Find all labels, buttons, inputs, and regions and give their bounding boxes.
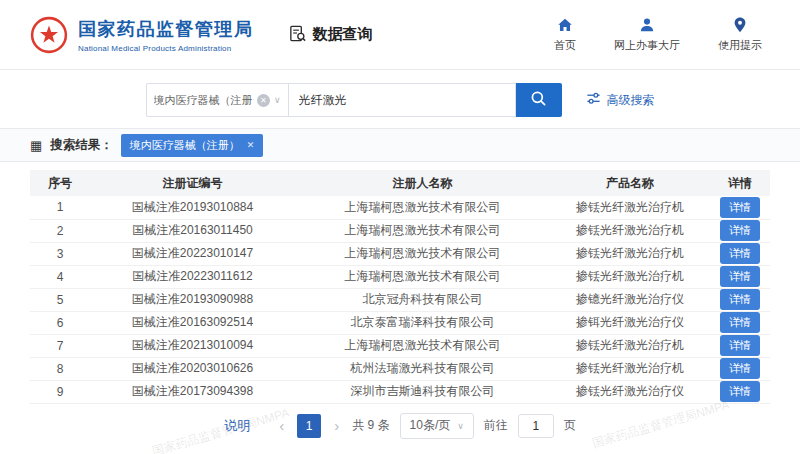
table-row: 1国械注准20193010884上海瑞柯恩激光技术有限公司掺铥光纤激光治疗机详情 bbox=[30, 196, 770, 219]
detail-button[interactable]: 详情 bbox=[720, 381, 760, 402]
cert-number: 国械注准20203010626 bbox=[90, 357, 295, 380]
registrant-name: 上海瑞柯恩激光技术有限公司 bbox=[295, 242, 550, 265]
nav-service-hall[interactable]: 网上办事大厅 bbox=[614, 16, 680, 53]
clear-category-icon[interactable]: ✕ bbox=[257, 94, 270, 107]
registrant-name: 北京冠舟科技有限公司 bbox=[295, 288, 550, 311]
cert-number: 国械注准20213010094 bbox=[90, 334, 295, 357]
registrant-name: 上海瑞柯恩激光技术有限公司 bbox=[295, 219, 550, 242]
app-title: 数据查询 bbox=[288, 24, 373, 46]
row-index: 7 bbox=[30, 334, 90, 357]
registrant-name: 上海瑞柯恩激光技术有限公司 bbox=[295, 265, 550, 288]
row-index: 6 bbox=[30, 311, 90, 334]
detail-button[interactable]: 详情 bbox=[720, 197, 760, 218]
table-row: 8国械注准20203010626杭州法瑞激光科技有限公司掺铥光纤激光治疗机详情 bbox=[30, 357, 770, 380]
goto-page-unit: 页 bbox=[564, 417, 576, 434]
table-row: 9国械注准20173094398深圳市吉斯迪科技有限公司掺铥光纤激光治疗仪详情 bbox=[30, 380, 770, 403]
product-name: 掺铥光纤激光治疗机 bbox=[550, 357, 710, 380]
product-name: 掺铥光纤激光治疗机 bbox=[550, 219, 710, 242]
page-size-value: 10条/页 bbox=[410, 417, 451, 434]
advanced-search-label: 高级搜索 bbox=[607, 92, 655, 109]
registrant-name: 北京泰富瑞泽科技有限公司 bbox=[295, 311, 550, 334]
results-label: 搜索结果： bbox=[50, 137, 113, 154]
cert-number: 国械注准20173094398 bbox=[90, 380, 295, 403]
registrant-name: 杭州法瑞激光科技有限公司 bbox=[295, 357, 550, 380]
cert-number: 国械注准20163092514 bbox=[90, 311, 295, 334]
table-row: 7国械注准20213010094上海瑞柯恩激光技术有限公司掺铥光纤激光治疗机详情 bbox=[30, 334, 770, 357]
top-nav: 首页 网上办事大厅 使用提示 bbox=[554, 16, 762, 53]
col-header-detail: 详情 bbox=[710, 170, 770, 196]
row-index: 5 bbox=[30, 288, 90, 311]
cert-number: 国械注准20193010884 bbox=[90, 196, 295, 219]
filter-icon bbox=[586, 91, 601, 109]
product-name: 掺铥光纤激光治疗机 bbox=[550, 242, 710, 265]
product-name: 掺镱光纤激光治疗仪 bbox=[550, 288, 710, 311]
table-row: 3国械注准20223010147上海瑞柯恩激光技术有限公司掺铥光纤激光治疗机详情 bbox=[30, 242, 770, 265]
org-name-en: National Medical Products Administration bbox=[78, 44, 254, 53]
brand: 国家药品监督管理局 National Medical Products Admi… bbox=[30, 16, 254, 54]
detail-button[interactable]: 详情 bbox=[720, 289, 760, 310]
grid-icon: ▦ bbox=[30, 138, 42, 153]
page-size-select[interactable]: 10条/页 ∨ bbox=[400, 413, 474, 439]
remove-filter-icon[interactable]: ✕ bbox=[247, 140, 255, 150]
detail-button[interactable]: 详情 bbox=[720, 266, 760, 287]
search-section: 境内医疗器械（注册） ✕ ∨ 高级搜索 bbox=[0, 70, 800, 128]
nav-home[interactable]: 首页 bbox=[554, 16, 576, 53]
product-name: 掺铥光纤激光治疗仪 bbox=[550, 380, 710, 403]
top-bar: 国家药品监督管理局 National Medical Products Admi… bbox=[0, 0, 800, 70]
table-row: 5国械注准20193090988北京冠舟科技有限公司掺镱光纤激光治疗仪详情 bbox=[30, 288, 770, 311]
search-button[interactable] bbox=[516, 83, 562, 117]
registrant-name: 上海瑞柯恩激光技术有限公司 bbox=[295, 196, 550, 219]
note-link[interactable]: 说明 bbox=[224, 417, 250, 435]
person-icon bbox=[638, 16, 656, 34]
nav-home-label: 首页 bbox=[554, 38, 576, 53]
row-index: 2 bbox=[30, 219, 90, 242]
col-header-registrant: 注册人名称 bbox=[295, 170, 550, 196]
registrant-name: 上海瑞柯恩激光技术有限公司 bbox=[295, 334, 550, 357]
col-header-product: 产品名称 bbox=[550, 170, 710, 196]
table-row: 2国械注准20163011450上海瑞柯恩激光技术有限公司掺铥光纤激光治疗机详情 bbox=[30, 219, 770, 242]
cert-number: 国械注准20193090988 bbox=[90, 288, 295, 311]
page-number-active[interactable]: 1 bbox=[297, 414, 321, 438]
search-input[interactable] bbox=[288, 83, 516, 117]
nav-service-hall-label: 网上办事大厅 bbox=[614, 38, 680, 53]
product-name: 掺铥光纤激光治疗机 bbox=[550, 196, 710, 219]
next-page-icon[interactable]: › bbox=[331, 417, 342, 434]
brand-text: 国家药品监督管理局 National Medical Products Admi… bbox=[78, 17, 254, 53]
table-row: 6国械注准20163092514北京泰富瑞泽科技有限公司掺铒光纤激光治疗仪详情 bbox=[30, 311, 770, 334]
chevron-down-icon: ∨ bbox=[457, 421, 464, 431]
advanced-search-link[interactable]: 高级搜索 bbox=[586, 91, 655, 109]
category-select[interactable]: 境内医疗器械（注册） ✕ ∨ bbox=[146, 83, 288, 117]
detail-button[interactable]: 详情 bbox=[720, 312, 760, 333]
pin-icon bbox=[731, 16, 749, 34]
home-icon bbox=[556, 16, 574, 34]
detail-button[interactable]: 详情 bbox=[720, 358, 760, 379]
row-index: 4 bbox=[30, 265, 90, 288]
row-index: 1 bbox=[30, 196, 90, 219]
filter-tag: 境内医疗器械（注册） ✕ bbox=[121, 134, 264, 157]
detail-button[interactable]: 详情 bbox=[720, 335, 760, 356]
cert-number: 国械注准20163011450 bbox=[90, 219, 295, 242]
table-header-row: 序号 注册证编号 注册人名称 产品名称 详情 bbox=[30, 170, 770, 196]
results-bar: ▦ 搜索结果： 境内医疗器械（注册） ✕ bbox=[0, 128, 800, 162]
row-index: 9 bbox=[30, 380, 90, 403]
cert-number: 国械注准20223010147 bbox=[90, 242, 295, 265]
row-index: 3 bbox=[30, 242, 90, 265]
results-table: 序号 注册证编号 注册人名称 产品名称 详情 1国械注准20193010884上… bbox=[30, 170, 770, 404]
table-row: 4国械注准20223011612上海瑞柯恩激光技术有限公司掺铥光纤激光治疗机详情 bbox=[30, 265, 770, 288]
total-count: 共 9 条 bbox=[352, 417, 389, 434]
detail-button[interactable]: 详情 bbox=[720, 243, 760, 264]
detail-button[interactable]: 详情 bbox=[720, 220, 760, 241]
nav-usage-tips-label: 使用提示 bbox=[718, 38, 762, 53]
category-select-value: 境内医疗器械（注册） bbox=[154, 93, 253, 108]
col-header-cert: 注册证编号 bbox=[90, 170, 295, 196]
nav-usage-tips[interactable]: 使用提示 bbox=[718, 16, 762, 53]
prev-page-icon[interactable]: ‹ bbox=[276, 417, 287, 434]
filter-tag-label: 境内医疗器械（注册） bbox=[130, 138, 240, 153]
row-index: 8 bbox=[30, 357, 90, 380]
col-header-index: 序号 bbox=[30, 170, 90, 196]
national-emblem-icon bbox=[30, 16, 68, 54]
data-query-icon bbox=[288, 24, 307, 46]
app-title-label: 数据查询 bbox=[313, 25, 373, 44]
goto-page-input[interactable] bbox=[518, 414, 554, 438]
cert-number: 国械注准20223011612 bbox=[90, 265, 295, 288]
